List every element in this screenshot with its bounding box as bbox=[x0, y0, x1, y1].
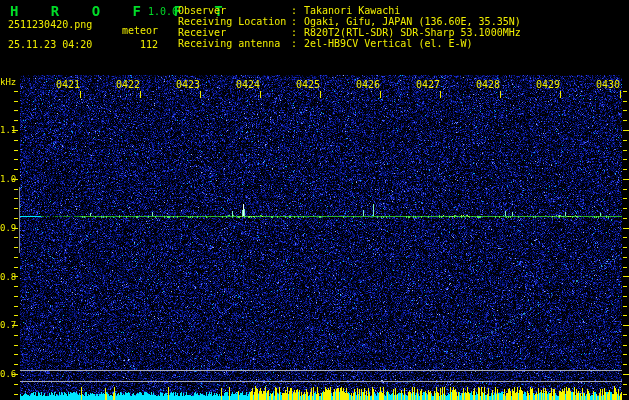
app-version: 1.0.0 bbox=[148, 6, 178, 17]
echo-count: 112 bbox=[100, 39, 158, 50]
y-tick-label: 0.7 bbox=[0, 320, 13, 330]
info-row-antenna: Receiving antenna:2el-HB9CV Vertical (el… bbox=[178, 38, 521, 49]
info-value: Takanori Kawachi bbox=[304, 5, 400, 16]
info-separator: : bbox=[291, 27, 304, 38]
x-tick-label: 0426 bbox=[355, 80, 381, 90]
x-tick-label: 0428 bbox=[475, 80, 501, 90]
spectrogram-canvas bbox=[0, 0, 629, 400]
info-label: Receiver bbox=[178, 27, 291, 38]
x-tick-label: 0427 bbox=[415, 80, 441, 90]
info-row-receiver: Receiver:R820T2(RTL-SDR) SDR-Sharp 53.10… bbox=[178, 27, 521, 38]
info-separator: : bbox=[291, 38, 304, 49]
capture-datetime: 25.11.23 04:20 bbox=[8, 39, 92, 50]
info-label: Receiving antenna bbox=[178, 38, 291, 49]
info-label: Receiving Location bbox=[178, 16, 291, 27]
x-tick-label: 0429 bbox=[535, 80, 561, 90]
y-tick-label: 0.9 bbox=[0, 223, 13, 233]
x-tick-label: 0425 bbox=[295, 80, 321, 90]
observation-mode: meteor bbox=[100, 25, 158, 36]
x-tick-label: 0422 bbox=[115, 80, 141, 90]
x-tick-label: 0421 bbox=[55, 80, 81, 90]
info-row-observer: Observer:Takanori Kawachi bbox=[178, 5, 521, 16]
y-tick-label: 1.1 bbox=[0, 125, 13, 135]
info-label: Observer bbox=[178, 5, 291, 16]
x-tick-label: 0424 bbox=[235, 80, 261, 90]
info-row-location: Receiving Location:Ogaki, Gifu, JAPAN (1… bbox=[178, 16, 521, 27]
info-value: Ogaki, Gifu, JAPAN (136.60E, 35.35N) bbox=[304, 16, 521, 27]
y-axis-unit: kHz bbox=[0, 77, 16, 87]
info-separator: : bbox=[291, 16, 304, 27]
frequency-range-marker bbox=[19, 187, 20, 253]
y-tick-label: 0.8 bbox=[0, 272, 13, 282]
hrofft-window: H R O F F T 1.0.0 2511230420.png meteor … bbox=[0, 0, 629, 400]
y-tick-label: 0.6 bbox=[0, 369, 13, 379]
info-separator: : bbox=[291, 5, 304, 16]
station-info: Observer:Takanori Kawachi Receiving Loca… bbox=[178, 5, 521, 49]
info-value: R820T2(RTL-SDR) SDR-Sharp 53.1000MHz bbox=[304, 27, 521, 38]
y-tick-label: 1.0 bbox=[0, 174, 13, 184]
info-value: 2el-HB9CV Vertical (el. E-W) bbox=[304, 38, 473, 49]
capture-filename: 2511230420.png bbox=[8, 19, 92, 30]
x-tick-label: 0423 bbox=[175, 80, 201, 90]
x-tick-label: 0430 bbox=[595, 80, 621, 90]
